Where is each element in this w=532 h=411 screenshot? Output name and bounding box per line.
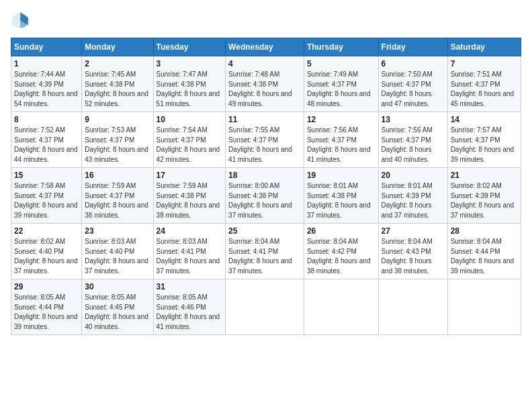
day-cell: 23Sunrise: 8:03 AMSunset: 4:40 PMDayligh… — [82, 224, 153, 279]
day-number: 11 — [228, 115, 301, 124]
day-number: 19 — [307, 171, 375, 180]
day-detail: Sunrise: 7:50 AMSunset: 4:37 PMDaylight:… — [382, 71, 433, 107]
day-number: 6 — [382, 59, 445, 68]
day-cell: 25Sunrise: 8:04 AMSunset: 4:41 PMDayligh… — [226, 224, 304, 279]
day-cell: 2Sunrise: 7:45 AMSunset: 4:38 PMDaylight… — [82, 56, 153, 112]
day-number: 31 — [157, 282, 223, 291]
day-detail: Sunrise: 7:54 AMSunset: 4:37 PMDaylight:… — [157, 126, 220, 163]
day-detail: Sunrise: 7:56 AMSunset: 4:37 PMDaylight:… — [307, 126, 371, 163]
day-cell: 13Sunrise: 7:56 AMSunset: 4:37 PMDayligh… — [378, 112, 447, 168]
day-number: 17 — [157, 171, 223, 180]
day-cell: 19Sunrise: 8:01 AMSunset: 4:38 PMDayligh… — [304, 168, 378, 224]
day-number: 7 — [451, 59, 518, 68]
day-cell: 20Sunrise: 8:01 AMSunset: 4:39 PMDayligh… — [378, 168, 447, 224]
day-detail: Sunrise: 8:05 AMSunset: 4:44 PMDaylight:… — [14, 293, 78, 330]
day-detail: Sunrise: 7:45 AMSunset: 4:38 PMDaylight:… — [85, 71, 148, 107]
day-cell: 28Sunrise: 8:04 AMSunset: 4:44 PMDayligh… — [447, 224, 521, 279]
day-cell: 3Sunrise: 7:47 AMSunset: 4:38 PMDaylight… — [153, 56, 226, 112]
day-number: 15 — [14, 171, 79, 180]
day-cell: 26Sunrise: 8:04 AMSunset: 4:42 PMDayligh… — [304, 224, 378, 279]
col-header-saturday: Saturday — [447, 38, 521, 56]
day-detail: Sunrise: 8:04 AMSunset: 4:44 PMDaylight:… — [451, 238, 515, 275]
day-detail: Sunrise: 7:52 AMSunset: 4:37 PMDaylight:… — [14, 126, 78, 163]
day-cell: 27Sunrise: 8:04 AMSunset: 4:43 PMDayligh… — [378, 224, 447, 279]
col-header-wednesday: Wednesday — [226, 38, 304, 56]
day-detail: Sunrise: 7:47 AMSunset: 4:38 PMDaylight:… — [157, 71, 220, 107]
day-number: 8 — [14, 115, 79, 124]
day-cell: 29Sunrise: 8:05 AMSunset: 4:44 PMDayligh… — [11, 279, 82, 335]
day-detail: Sunrise: 8:04 AMSunset: 4:41 PMDaylight:… — [228, 238, 292, 275]
day-detail: Sunrise: 8:01 AMSunset: 4:38 PMDaylight:… — [307, 182, 371, 219]
day-number: 28 — [451, 226, 518, 236]
day-detail: Sunrise: 7:53 AMSunset: 4:37 PMDaylight:… — [85, 126, 148, 163]
day-cell — [378, 279, 447, 335]
col-header-tuesday: Tuesday — [153, 38, 226, 56]
day-detail: Sunrise: 7:55 AMSunset: 4:37 PMDaylight:… — [228, 126, 292, 163]
day-cell: 22Sunrise: 8:02 AMSunset: 4:40 PMDayligh… — [11, 224, 82, 279]
day-cell: 31Sunrise: 8:05 AMSunset: 4:46 PMDayligh… — [153, 279, 226, 335]
col-header-thursday: Thursday — [304, 38, 378, 56]
day-cell: 11Sunrise: 7:55 AMSunset: 4:37 PMDayligh… — [226, 112, 304, 168]
day-number: 5 — [307, 59, 375, 68]
day-detail: Sunrise: 7:57 AMSunset: 4:37 PMDaylight:… — [451, 126, 515, 163]
day-cell: 7Sunrise: 7:51 AMSunset: 4:37 PMDaylight… — [447, 56, 521, 112]
day-cell — [447, 279, 521, 335]
day-number: 23 — [85, 226, 150, 236]
day-cell: 10Sunrise: 7:54 AMSunset: 4:37 PMDayligh… — [153, 112, 226, 168]
day-number: 27 — [382, 226, 445, 236]
day-number: 1 — [14, 59, 79, 68]
day-detail: Sunrise: 8:02 AMSunset: 4:40 PMDaylight:… — [14, 238, 78, 275]
day-number: 22 — [14, 226, 79, 236]
week-row-2: 8Sunrise: 7:52 AMSunset: 4:37 PMDaylight… — [11, 112, 521, 168]
day-cell: 15Sunrise: 7:58 AMSunset: 4:37 PMDayligh… — [11, 168, 82, 224]
day-number: 21 — [451, 171, 518, 180]
day-number: 3 — [157, 59, 223, 68]
day-detail: Sunrise: 7:51 AMSunset: 4:37 PMDaylight:… — [451, 71, 515, 107]
week-row-3: 15Sunrise: 7:58 AMSunset: 4:37 PMDayligh… — [11, 168, 521, 224]
day-number: 14 — [451, 115, 518, 124]
day-detail: Sunrise: 8:00 AMSunset: 4:38 PMDaylight:… — [228, 182, 292, 219]
day-cell: 4Sunrise: 7:48 AMSunset: 4:38 PMDaylight… — [226, 56, 304, 112]
day-detail: Sunrise: 7:48 AMSunset: 4:38 PMDaylight:… — [228, 71, 292, 107]
day-number: 26 — [307, 226, 375, 236]
page-header — [11, 11, 521, 30]
day-number: 2 — [85, 59, 150, 68]
col-header-monday: Monday — [82, 38, 153, 56]
day-cell: 8Sunrise: 7:52 AMSunset: 4:37 PMDaylight… — [11, 112, 82, 168]
page-container: SundayMondayTuesdayWednesdayThursdayFrid… — [0, 0, 532, 342]
day-number: 16 — [85, 171, 150, 180]
day-detail: Sunrise: 7:44 AMSunset: 4:39 PMDaylight:… — [14, 71, 78, 107]
col-header-friday: Friday — [378, 38, 447, 56]
logo-icon — [11, 11, 30, 30]
day-cell — [304, 279, 378, 335]
day-number: 24 — [157, 226, 223, 236]
day-detail: Sunrise: 7:58 AMSunset: 4:37 PMDaylight:… — [14, 182, 78, 219]
day-cell: 17Sunrise: 7:59 AMSunset: 4:38 PMDayligh… — [153, 168, 226, 224]
day-number: 29 — [14, 282, 79, 291]
day-detail: Sunrise: 7:59 AMSunset: 4:37 PMDaylight:… — [85, 182, 148, 219]
day-number: 12 — [307, 115, 375, 124]
day-detail: Sunrise: 8:05 AMSunset: 4:45 PMDaylight:… — [85, 293, 148, 330]
day-detail: Sunrise: 8:03 AMSunset: 4:40 PMDaylight:… — [85, 238, 148, 275]
day-number: 10 — [157, 115, 223, 124]
day-number: 20 — [382, 171, 445, 180]
calendar-header-row: SundayMondayTuesdayWednesdayThursdayFrid… — [11, 38, 521, 56]
day-cell: 16Sunrise: 7:59 AMSunset: 4:37 PMDayligh… — [82, 168, 153, 224]
day-cell: 9Sunrise: 7:53 AMSunset: 4:37 PMDaylight… — [82, 112, 153, 168]
day-number: 13 — [382, 115, 445, 124]
day-cell: 12Sunrise: 7:56 AMSunset: 4:37 PMDayligh… — [304, 112, 378, 168]
day-cell: 21Sunrise: 8:02 AMSunset: 4:39 PMDayligh… — [447, 168, 521, 224]
day-cell: 18Sunrise: 8:00 AMSunset: 4:38 PMDayligh… — [226, 168, 304, 224]
day-detail: Sunrise: 8:02 AMSunset: 4:39 PMDaylight:… — [451, 182, 515, 219]
day-cell: 6Sunrise: 7:50 AMSunset: 4:37 PMDaylight… — [378, 56, 447, 112]
day-detail: Sunrise: 8:05 AMSunset: 4:46 PMDaylight:… — [157, 293, 220, 330]
day-number: 9 — [85, 115, 150, 124]
day-detail: Sunrise: 8:01 AMSunset: 4:39 PMDaylight:… — [382, 182, 433, 219]
day-cell: 14Sunrise: 7:57 AMSunset: 4:37 PMDayligh… — [447, 112, 521, 168]
col-header-sunday: Sunday — [11, 38, 82, 56]
calendar-table: SundayMondayTuesdayWednesdayThursdayFrid… — [11, 38, 521, 335]
day-cell: 5Sunrise: 7:49 AMSunset: 4:37 PMDaylight… — [304, 56, 378, 112]
week-row-5: 29Sunrise: 8:05 AMSunset: 4:44 PMDayligh… — [11, 279, 521, 335]
day-cell: 1Sunrise: 7:44 AMSunset: 4:39 PMDaylight… — [11, 56, 82, 112]
day-number: 25 — [228, 226, 301, 236]
